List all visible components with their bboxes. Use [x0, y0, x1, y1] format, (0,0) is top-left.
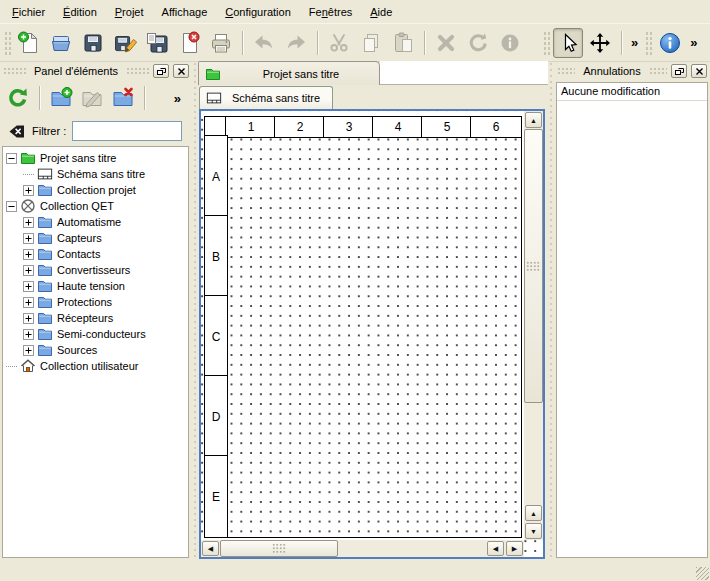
- project-tab-label: Projet sans titre: [229, 68, 373, 80]
- menu-projet[interactable]: Projet: [107, 3, 152, 21]
- toolbar-separator: [39, 86, 40, 110]
- scroll-right-button[interactable]: ▶: [506, 541, 523, 556]
- panel-overflow-button[interactable]: »: [171, 91, 184, 106]
- expand-icon[interactable]: [23, 281, 34, 292]
- tabbar-empty-area: [380, 61, 548, 85]
- close-panel-button[interactable]: [691, 64, 707, 78]
- menu-fichier[interactable]: Fichier: [4, 3, 53, 21]
- tree-item-sources[interactable]: Sources: [3, 342, 188, 358]
- close-file-button[interactable]: [174, 28, 204, 58]
- expand-icon[interactable]: [23, 329, 34, 340]
- size-grip[interactable]: [696, 567, 709, 580]
- dock-drag-texture[interactable]: [126, 67, 149, 75]
- tree-item-haute-tension[interactable]: Haute tension: [3, 278, 188, 294]
- tree-item-collection-utilisateur[interactable]: Collection utilisateur: [3, 358, 188, 374]
- filter-input[interactable]: [72, 121, 182, 141]
- menu-affichage[interactable]: Affichage: [154, 3, 216, 21]
- menu-configuration[interactable]: Configuration: [217, 3, 299, 21]
- diagram-page-border: [204, 116, 522, 538]
- scroll-left-button[interactable]: ◀: [202, 541, 219, 556]
- close-panel-button[interactable]: [173, 64, 189, 78]
- menu-bar: FichierÉditionProjetAffichageConfigurati…: [0, 0, 710, 23]
- new-document-button[interactable]: [14, 28, 44, 58]
- folder-x-icon: [111, 86, 135, 110]
- close-icon: [694, 66, 705, 77]
- tree-item-protections[interactable]: Protections: [3, 294, 188, 310]
- reload-collections-button[interactable]: [4, 84, 32, 112]
- tree-item-capteurs[interactable]: Capteurs: [3, 230, 188, 246]
- toolbar-handle[interactable]: [542, 30, 550, 56]
- tree-item-label: Collection utilisateur: [40, 360, 142, 372]
- tree-item-semi-conducteurs[interactable]: Semi-conducteurs: [3, 326, 188, 342]
- tree-item-projet-sans-titre[interactable]: Projet sans titre: [3, 150, 188, 166]
- toolbar-separator: [144, 86, 145, 110]
- expand-icon[interactable]: [23, 185, 34, 196]
- undo-panel-dock: Annulations Aucune modification: [554, 61, 710, 560]
- column-header-6: 6: [470, 116, 522, 138]
- float-panel-button[interactable]: [671, 64, 687, 78]
- open-project-button[interactable]: [46, 28, 76, 58]
- tree-item-collection-qet[interactable]: Collection QET: [3, 198, 188, 214]
- scroll-down-button[interactable]: ▼: [525, 523, 542, 539]
- menu-fenetres[interactable]: Fenêtres: [301, 3, 360, 21]
- mode-overflow-button[interactable]: »: [628, 35, 641, 50]
- save-all-button[interactable]: [142, 28, 172, 58]
- delete-category-button[interactable]: [109, 84, 137, 112]
- tree-item-collection-projet[interactable]: Collection projet: [3, 182, 188, 198]
- menu-edition[interactable]: Édition: [55, 3, 105, 21]
- undo-panel-titlebar: Annulations: [554, 61, 710, 81]
- project-folder-icon: [205, 66, 221, 82]
- print-button[interactable]: [206, 28, 236, 58]
- toolbar-handle[interactable]: [3, 30, 11, 56]
- tab-project[interactable]: Projet sans titre: [198, 61, 380, 85]
- dock-drag-texture[interactable]: [557, 67, 575, 75]
- info-overflow-button[interactable]: »: [687, 35, 700, 50]
- expand-icon[interactable]: [23, 265, 34, 276]
- expand-icon[interactable]: [23, 217, 34, 228]
- vertical-scrollbar[interactable]: ▲▲▼: [524, 111, 543, 540]
- expand-icon[interactable]: [23, 233, 34, 244]
- elements-panel-titlebar: Panel d'éléments: [0, 61, 192, 81]
- scroll-up-button[interactable]: ▲: [525, 112, 542, 128]
- folder-edit-icon: [80, 86, 104, 110]
- tab-schema[interactable]: Schéma sans titre: [199, 86, 333, 109]
- vertical-scroll-thumb[interactable]: [524, 129, 543, 403]
- new-category-button[interactable]: [47, 84, 75, 112]
- diagram-canvas[interactable]: 123456ABCDE▲▲▼◀◀▶: [201, 111, 543, 557]
- info-gray-icon: [498, 31, 522, 55]
- tree-item-recepteurs[interactable]: Récepteurs: [3, 310, 188, 326]
- scroll-up-button-2[interactable]: ▲: [525, 505, 542, 521]
- dock-drag-texture[interactable]: [3, 67, 26, 75]
- save-button[interactable]: [78, 28, 108, 58]
- scroll-left-button-2[interactable]: ◀: [487, 541, 504, 556]
- collapse-icon[interactable]: [6, 201, 17, 212]
- undo-list-item[interactable]: Aucune modification: [557, 83, 707, 101]
- toolbar-separator: [242, 31, 243, 55]
- select-mode-button[interactable]: [553, 28, 583, 58]
- tree-connector: [23, 174, 34, 175]
- elements-panel-dock: Panel d'éléments » Filtrer : Projet sans…: [0, 61, 192, 560]
- float-panel-button[interactable]: [153, 64, 169, 78]
- horizontal-scrollbar[interactable]: ◀◀▶: [201, 540, 524, 557]
- expand-icon[interactable]: [23, 249, 34, 260]
- schema-icon: [37, 166, 53, 182]
- scroll-mode-button[interactable]: [585, 28, 615, 58]
- element-info-button: [495, 28, 525, 58]
- tree-item-convertisseurs[interactable]: Convertisseurs: [3, 262, 188, 278]
- clear-filter-button[interactable]: [6, 121, 26, 141]
- menu-aide[interactable]: Aide: [362, 3, 400, 21]
- delete-button: [431, 28, 461, 58]
- diagram-info-button[interactable]: [655, 28, 685, 58]
- save-as-button[interactable]: [110, 28, 140, 58]
- expand-icon[interactable]: [23, 313, 34, 324]
- collapse-icon[interactable]: [6, 153, 17, 164]
- toolbar-handle[interactable]: [644, 30, 652, 56]
- dock-drag-texture[interactable]: [649, 67, 667, 75]
- tree-item-contacts[interactable]: Contacts: [3, 246, 188, 262]
- expand-icon[interactable]: [23, 345, 34, 356]
- save-as-icon: [113, 31, 137, 55]
- tree-item-schema-sans-titre[interactable]: Schéma sans titre: [3, 166, 188, 182]
- tree-item-automatisme[interactable]: Automatisme: [3, 214, 188, 230]
- expand-icon[interactable]: [23, 297, 34, 308]
- horizontal-scroll-thumb[interactable]: [220, 540, 338, 557]
